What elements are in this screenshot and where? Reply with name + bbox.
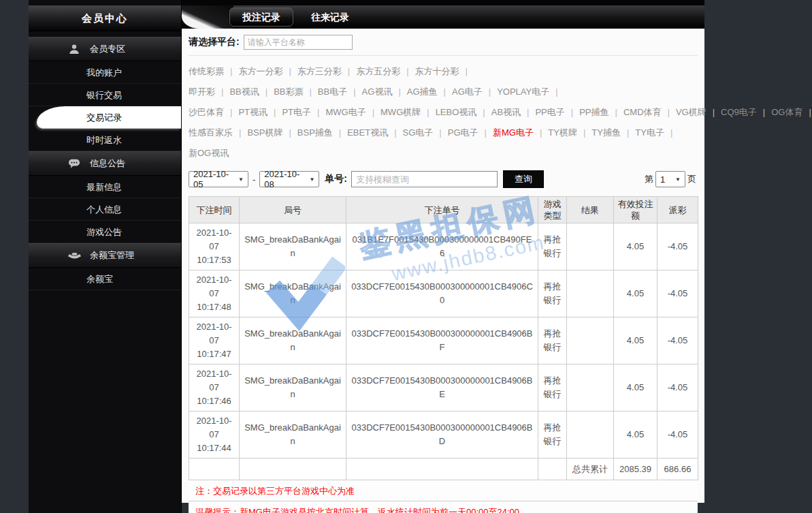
total-payout-cell: 686.66 bbox=[657, 458, 698, 480]
bet-time: 10:17:48 bbox=[193, 300, 235, 314]
platform-link[interactable]: BB视讯 bbox=[229, 87, 274, 97]
result-cell bbox=[567, 223, 614, 270]
total-empty-cell bbox=[346, 458, 538, 480]
platform-link[interactable]: 东方五分彩 bbox=[356, 66, 415, 76]
platform-link[interactable]: PT电子 bbox=[282, 107, 325, 117]
platform-link[interactable]: SG电子 bbox=[403, 127, 448, 138]
platform-link[interactable]: MWG电子 bbox=[325, 107, 380, 117]
platform-link[interactable]: CQ9电子 bbox=[721, 107, 771, 117]
platform-link[interactable]: CMD体育 bbox=[623, 107, 676, 117]
round-id-cell: SMG_breakDaBankAgain bbox=[240, 270, 346, 317]
platform-link[interactable]: AB视讯 bbox=[491, 107, 536, 117]
payout-cell: -4.05 bbox=[657, 364, 698, 411]
chevron-down-icon: ▼ bbox=[309, 176, 314, 183]
round-id-cell: SMG_breakDaBankAgain bbox=[240, 317, 346, 364]
table-header-cell: 局号 bbox=[240, 197, 346, 223]
tab-active[interactable]: 投注记录 bbox=[229, 7, 293, 27]
platform-link[interactable]: TY棋牌 bbox=[548, 127, 591, 138]
result-cell bbox=[567, 364, 614, 411]
bet-time: 10:17:44 bbox=[193, 441, 235, 455]
platform-link[interactable]: PT视讯 bbox=[238, 107, 282, 117]
table-header-cell: 结果 bbox=[567, 197, 614, 223]
platform-link[interactable]: AG捕鱼 bbox=[407, 87, 452, 97]
bet-date: 2021-10-07 bbox=[193, 320, 235, 347]
page-number-select[interactable]: 1 ▼ bbox=[655, 171, 685, 187]
platform-link[interactable]: 新MG电子 bbox=[493, 127, 548, 138]
tab-inactive[interactable]: 往来记录 bbox=[299, 5, 361, 29]
bet-time: 10:17:53 bbox=[193, 253, 235, 267]
page-number-value: 1 bbox=[660, 174, 665, 185]
platform-link[interactable]: LEBO视讯 bbox=[436, 107, 491, 117]
round-id-cell: SMG_breakDaBankAgain bbox=[240, 411, 346, 458]
bet-time: 10:17:46 bbox=[193, 394, 235, 408]
valid-bet-cell: 4.05 bbox=[614, 364, 657, 411]
sidebar-section-header[interactable]: 会员专区 bbox=[29, 37, 181, 61]
order-no-input[interactable] bbox=[351, 171, 498, 187]
corner-curl-decoration bbox=[182, 5, 233, 29]
sidebar-item[interactable]: 个人信息 bbox=[29, 198, 181, 221]
payout-cell: -4.05 bbox=[657, 223, 698, 270]
chevron-down-icon: ▼ bbox=[238, 176, 244, 183]
platform-link[interactable]: AG视讯 bbox=[362, 87, 407, 97]
platform-link[interactable]: AG电子 bbox=[452, 87, 497, 97]
sidebar-item-active[interactable]: 交易记录 bbox=[37, 106, 181, 129]
platform-link[interactable]: 沙巴体育 bbox=[189, 107, 238, 117]
bet-records-table: 下注时间局号下注单号游戏类型结果有效投注额派彩 2021-10-0710:17:… bbox=[189, 196, 698, 480]
main-content: 请选择平台: 传统彩票东方一分彩东方三分彩东方五分彩东方十分彩即开彩BB视讯BB… bbox=[182, 29, 704, 503]
tab-bar: 投注记录往来记录 bbox=[182, 5, 704, 29]
platform-link[interactable]: MWG棋牌 bbox=[380, 107, 436, 117]
ingot-icon bbox=[68, 249, 82, 262]
order-no-label: 单号: bbox=[325, 173, 347, 185]
date-from-select[interactable]: 2021-10-05 ▼ bbox=[189, 171, 248, 187]
platform-link[interactable]: 即开彩 bbox=[189, 87, 229, 97]
sidebar-item[interactable]: 时时返水 bbox=[29, 129, 181, 151]
platform-link[interactable]: OG体育 bbox=[771, 107, 812, 117]
platform-link[interactable]: 传统彩票 bbox=[189, 66, 238, 76]
payout-cell: -4.05 bbox=[657, 317, 698, 364]
platform-link[interactable]: YOPLAY电子 bbox=[497, 87, 564, 97]
date-to-value: 2021-10-08 bbox=[264, 169, 306, 189]
sidebar-item[interactable]: 余额宝 bbox=[29, 268, 181, 290]
chevron-down-icon: ▼ bbox=[675, 176, 681, 183]
platform-link[interactable]: PP电子 bbox=[535, 107, 579, 117]
platform-link[interactable]: VG棋牌 bbox=[676, 107, 721, 117]
sidebar-item[interactable]: 银行交易 bbox=[29, 84, 181, 106]
valid-bet-cell: 4.05 bbox=[614, 317, 657, 364]
bet-time-cell: 2021-10-0710:17:44 bbox=[189, 411, 240, 458]
order-no-cell: 033DCF7E0015430B000300000001CB4906BF bbox=[346, 317, 538, 364]
table-total-row: 总共累计2085.39686.66 bbox=[189, 458, 698, 480]
table-header-cell: 下注单号 bbox=[346, 197, 538, 223]
platform-link[interactable]: TY捕鱼 bbox=[591, 127, 635, 138]
platform-link[interactable]: BB彩票 bbox=[274, 87, 318, 97]
platform-link[interactable]: 新OG视讯 bbox=[189, 148, 229, 158]
platform-link[interactable]: 东方十分彩 bbox=[415, 66, 474, 76]
valid-bet-cell: 4.05 bbox=[614, 411, 657, 458]
game-type-cell: 再抢银行 bbox=[538, 364, 567, 411]
total-label-cell: 总共累计 bbox=[567, 458, 614, 480]
platform-link[interactable]: BB电子 bbox=[318, 87, 362, 97]
table-row: 2021-10-0710:17:47SMG_breakDaBankAgain03… bbox=[189, 317, 698, 364]
query-button[interactable]: 查询 bbox=[503, 170, 544, 188]
sidebar-section-header[interactable]: 信息公告 bbox=[29, 151, 181, 176]
table-header-cell: 有效投注额 bbox=[614, 197, 657, 223]
platform-link[interactable]: PG电子 bbox=[448, 127, 493, 138]
platform-link[interactable]: BSP棋牌 bbox=[247, 127, 297, 138]
sidebar-section-header[interactable]: 余额宝管理 bbox=[29, 243, 181, 268]
table-row: 2021-10-0710:17:48SMG_breakDaBankAgain03… bbox=[189, 270, 698, 317]
sidebar-item[interactable]: 我的账户 bbox=[29, 61, 181, 84]
sidebar-item[interactable]: 游戏公告 bbox=[29, 221, 181, 243]
platform-link[interactable]: 东方一分彩 bbox=[238, 66, 297, 76]
payout-cell: -4.05 bbox=[657, 411, 698, 458]
platform-link[interactable]: TY电子 bbox=[635, 127, 679, 138]
valid-bet-cell: 4.05 bbox=[614, 223, 657, 270]
platform-link[interactable]: PP捕鱼 bbox=[579, 107, 623, 117]
platform-link[interactable]: EBET视讯 bbox=[347, 127, 402, 138]
sidebar-item[interactable]: 最新信息 bbox=[29, 176, 181, 198]
table-row: 2021-10-0710:17:44SMG_breakDaBankAgain03… bbox=[189, 411, 698, 458]
date-to-select[interactable]: 2021-10-08 ▼ bbox=[259, 171, 319, 187]
platform-link[interactable]: BSP捕鱼 bbox=[297, 127, 347, 138]
platform-link[interactable]: 东方三分彩 bbox=[297, 66, 356, 76]
note-disclaimer: 注：交易记录以第三方平台游戏中心为准 bbox=[189, 480, 698, 501]
platform-name-input[interactable] bbox=[244, 35, 353, 50]
platform-link[interactable]: 性感百家乐 bbox=[189, 127, 247, 138]
